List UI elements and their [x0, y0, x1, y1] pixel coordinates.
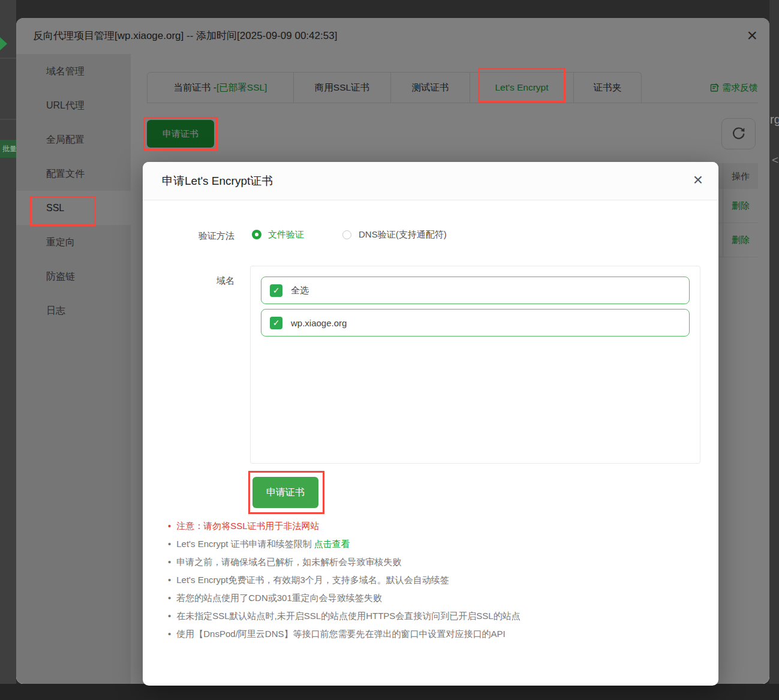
annotation-box-lets-encrypt-tab [478, 68, 566, 103]
note-limit: Let's Encrypt 证书申请和续签限制 点击查看 [168, 535, 521, 553]
divider [0, 58, 16, 59]
view-limits-link[interactable]: 点击查看 [314, 539, 350, 549]
annotation-box-modal-apply-button [248, 471, 324, 514]
play-triangle-icon [0, 37, 7, 50]
background-page-left-strip: 批量 [0, 0, 16, 684]
radio-file-verify[interactable] [252, 230, 261, 239]
domain-row-wp-xiaoge-org[interactable]: ✓ wp.xiaoge.org [261, 309, 690, 337]
domain-row-select-all[interactable]: ✓ 全选 [261, 277, 690, 304]
note-free-cert: Let's Encrypt免费证书，有效期3个月，支持多域名。默认会自动续签 [168, 571, 521, 589]
batch-action-button-clipped[interactable]: 批量 [0, 140, 17, 158]
radio-file-verify-label[interactable]: 文件验证 [268, 229, 304, 241]
clipped-domain-text: rg [770, 113, 779, 127]
checkbox-checked-icon[interactable]: ✓ [270, 317, 282, 329]
radio-dns-verify[interactable] [342, 230, 351, 239]
notes-list: 注意：请勿将SSL证书用于非法网站 Let's Encrypt 证书申请和续签限… [168, 517, 521, 643]
note-cdn: 若您的站点使用了CDN或301重定向会导致续签失败 [168, 589, 521, 607]
radio-dns-verify-label[interactable]: DNS验证(支持通配符) [359, 229, 447, 241]
domain-label: 域名 [188, 275, 234, 287]
select-all-label: 全选 [291, 285, 309, 296]
note-default-site: 在未指定SSL默认站点时,未开启SSL的站点使用HTTPS会直接访问到已开启SS… [168, 607, 521, 625]
note-dns-api: 使用【DnsPod/阿里云DNS】等接口前您需要先在弹出的窗口中设置对应接口的A… [168, 625, 521, 643]
checkbox-checked-icon[interactable]: ✓ [270, 284, 282, 297]
divider [0, 119, 16, 120]
close-icon[interactable]: × [693, 170, 703, 190]
background-page-bottom-strip [0, 684, 779, 700]
domain-name-label: wp.xiaoge.org [291, 318, 347, 328]
note-resolve: 申请之前，请确保域名已解析，如未解析会导致审核失败 [168, 553, 521, 571]
verify-method-label: 验证方法 [188, 230, 234, 242]
modal-header: 申请Let's Encrypt证书 × [143, 162, 718, 200]
annotation-box-apply-button [143, 117, 218, 151]
chevron-left-icon[interactable]: < [772, 154, 778, 167]
note-warning: 注意：请勿将SSL证书用于非法网站 [168, 517, 521, 535]
background-page-right-strip [769, 0, 779, 684]
modal-title: 申请Let's Encrypt证书 [162, 162, 273, 200]
annotation-box-ssl [30, 196, 96, 226]
domain-list-box: ✓ 全选 ✓ wp.xiaoge.org [250, 266, 700, 464]
lets-encrypt-apply-modal: 申请Let's Encrypt证书 × 验证方法 文件验证 DNS验证(支持通配… [143, 162, 718, 686]
